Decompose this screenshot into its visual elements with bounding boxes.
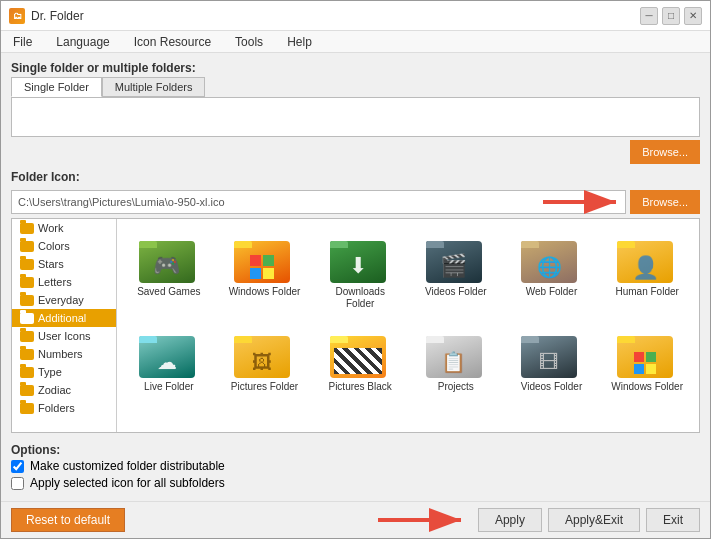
- bottom-right-buttons: Apply Apply&Exit Exit: [478, 508, 700, 532]
- icon-label-human-folder: Human Folder: [615, 286, 678, 298]
- sidebar-item-user-icons[interactable]: User Icons: [12, 327, 116, 345]
- options-label: Options:: [11, 443, 700, 457]
- icon-path-row: Browse...: [11, 190, 700, 214]
- folder-icon-everyday: [20, 295, 34, 306]
- videos-icon: 🎬: [440, 253, 467, 279]
- maximize-button[interactable]: □: [662, 7, 680, 25]
- browse-button-top[interactable]: Browse...: [630, 140, 700, 164]
- folder-section: Single folder or multiple folders: Singl…: [11, 61, 700, 164]
- icon-live-folder[interactable]: ☁ Live Folder: [125, 322, 213, 397]
- app-icon: 🗂: [9, 8, 25, 24]
- folder-path-area[interactable]: [11, 97, 700, 137]
- projects-icon: 📋: [441, 350, 466, 374]
- pictures-black-pattern: [334, 348, 382, 374]
- option-subfolders-row: Apply selected icon for all subfolders: [11, 476, 700, 490]
- main-window: 🗂 Dr. Folder ─ □ ✕ File Language Icon Re…: [0, 0, 711, 539]
- icon-videos-folder[interactable]: 🎬 Videos Folder: [412, 227, 500, 314]
- checkbox-distributable[interactable]: [11, 460, 24, 473]
- content-area: Single folder or multiple folders: Singl…: [1, 53, 710, 501]
- windows-logo: [250, 255, 274, 279]
- option-distributable-row: Make customized folder distributable: [11, 459, 700, 473]
- sidebar-item-folders[interactable]: Folders: [12, 399, 116, 417]
- icon-label-windows-folder2: Windows Folder: [611, 381, 683, 393]
- sidebar-item-letters[interactable]: Letters: [12, 273, 116, 291]
- icon-label-videos-folder: Videos Folder: [425, 286, 487, 298]
- icon-label-windows-folder: Windows Folder: [229, 286, 301, 298]
- folder-icon-additional: [20, 313, 34, 324]
- sidebar-item-additional[interactable]: Additional: [12, 309, 116, 327]
- close-button[interactable]: ✕: [684, 7, 702, 25]
- icon-web-folder[interactable]: 🌐 Web Folder: [508, 227, 596, 314]
- checkbox-subfolders[interactable]: [11, 477, 24, 490]
- icons-grid-container[interactable]: 🎮 Saved Games: [117, 219, 699, 432]
- icon-label-pictures-folder: Pictures Folder: [231, 381, 298, 393]
- menu-icon-resource[interactable]: Icon Resource: [130, 33, 215, 51]
- title-bar: 🗂 Dr. Folder ─ □ ✕: [1, 1, 710, 31]
- sidebar-item-everyday[interactable]: Everyday: [12, 291, 116, 309]
- videos2-icon: 🎞: [539, 351, 559, 374]
- pictures-folder-image: 🖼: [234, 326, 294, 378]
- icon-pictures-black[interactable]: Pictures Black: [316, 322, 404, 397]
- folder-icon-colors: [20, 241, 34, 252]
- icon-human-folder[interactable]: 👤 Human Folder: [603, 227, 691, 314]
- sidebar-item-zodiac[interactable]: Zodiac: [12, 381, 116, 399]
- icon-pictures-folder[interactable]: 🖼 Pictures Folder: [221, 322, 309, 397]
- projects-folder-image: 📋: [426, 326, 486, 378]
- pictures-icon: 🖼: [252, 351, 272, 374]
- sidebar-item-type[interactable]: Type: [12, 363, 116, 381]
- icon-label-saved-games: Saved Games: [137, 286, 200, 298]
- sidebar: Work Colors Stars Letters: [12, 219, 117, 432]
- exit-button[interactable]: Exit: [646, 508, 700, 532]
- checkbox-subfolders-label: Apply selected icon for all subfolders: [30, 476, 225, 490]
- folder-icon-work: [20, 223, 34, 234]
- checkbox-distributable-label: Make customized folder distributable: [30, 459, 225, 473]
- icon-label-live-folder: Live Folder: [144, 381, 193, 393]
- folder-tabs: Single Folder Multiple Folders: [11, 77, 700, 97]
- apply-button[interactable]: Apply: [478, 508, 542, 532]
- reset-button[interactable]: Reset to default: [11, 508, 125, 532]
- icon-windows-folder2[interactable]: Windows Folder: [603, 322, 691, 397]
- folder-icon-folders: [20, 403, 34, 414]
- icon-label-web-folder: Web Folder: [526, 286, 578, 298]
- folder-icon-section: Folder Icon: Browse...: [11, 170, 700, 433]
- title-bar-left: 🗂 Dr. Folder: [9, 8, 84, 24]
- minimize-button[interactable]: ─: [640, 7, 658, 25]
- browse-button-icon[interactable]: Browse...: [630, 190, 700, 214]
- menu-help[interactable]: Help: [283, 33, 316, 51]
- live-icon: ☁: [157, 350, 177, 374]
- apply-exit-button[interactable]: Apply&Exit: [548, 508, 640, 532]
- icon-label-pictures-black: Pictures Black: [328, 381, 391, 393]
- menu-language[interactable]: Language: [52, 33, 113, 51]
- sidebar-item-numbers[interactable]: Numbers: [12, 345, 116, 363]
- human-folder-image: 👤: [617, 231, 677, 283]
- human-icon: 👤: [632, 255, 659, 281]
- icon-videos-folder2[interactable]: 🎞 Videos Folder: [508, 322, 596, 397]
- folder-icon-numbers: [20, 349, 34, 360]
- icon-saved-games[interactable]: 🎮 Saved Games: [125, 227, 213, 314]
- title-controls: ─ □ ✕: [640, 7, 702, 25]
- pictures-black-image: [330, 326, 390, 378]
- web-icon: 🌐: [537, 255, 562, 279]
- options-section: Options: Make customized folder distribu…: [11, 443, 700, 493]
- menu-tools[interactable]: Tools: [231, 33, 267, 51]
- tab-multiple-folders[interactable]: Multiple Folders: [102, 77, 206, 97]
- folder-icon-label: Folder Icon:: [11, 170, 700, 184]
- icon-windows-folder[interactable]: Windows Folder: [221, 227, 309, 314]
- icon-path-input[interactable]: [11, 190, 626, 214]
- sidebar-item-colors[interactable]: Colors: [12, 237, 116, 255]
- icon-label-videos-folder2: Videos Folder: [521, 381, 583, 393]
- main-panel: Work Colors Stars Letters: [11, 218, 700, 433]
- tab-single-folder[interactable]: Single Folder: [11, 77, 102, 97]
- icon-projects[interactable]: 📋 Projects: [412, 322, 500, 397]
- icons-grid: 🎮 Saved Games: [125, 227, 691, 397]
- sidebar-item-work[interactable]: Work: [12, 219, 116, 237]
- icon-label-downloads-folder: Downloads Folder: [320, 286, 400, 310]
- sidebar-item-stars[interactable]: Stars: [12, 255, 116, 273]
- downloads-folder-image: ⬇: [330, 231, 390, 283]
- menu-file[interactable]: File: [9, 33, 36, 51]
- saved-games-folder-image: 🎮: [139, 231, 199, 283]
- menu-bar: File Language Icon Resource Tools Help: [1, 31, 710, 53]
- icon-downloads-folder[interactable]: ⬇ Downloads Folder: [316, 227, 404, 314]
- web-folder-image: 🌐: [521, 231, 581, 283]
- live-folder-image: ☁: [139, 326, 199, 378]
